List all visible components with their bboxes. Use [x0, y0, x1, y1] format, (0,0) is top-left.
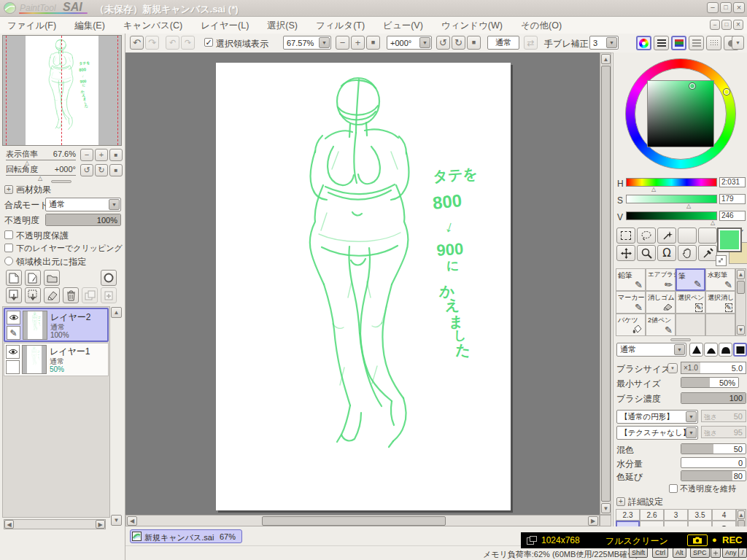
- tool-brush[interactable]: 筆✎: [676, 268, 705, 291]
- panel-color-wheel-button[interactable]: [636, 36, 651, 50]
- lasso-tool[interactable]: [637, 228, 656, 244]
- copy-layer-button[interactable]: [82, 287, 98, 303]
- undo-button[interactable]: ↶: [130, 36, 144, 50]
- keep-opacity-checkbox[interactable]: [669, 484, 678, 493]
- h-slider[interactable]: [626, 178, 717, 187]
- layer-thumbnail[interactable]: [22, 345, 47, 374]
- preset-header-3[interactable]: 3.5: [688, 509, 712, 521]
- rotate-tool[interactable]: Ω: [657, 245, 676, 261]
- mix-slider[interactable]: 50: [681, 443, 746, 454]
- canvas-drawing[interactable]: [216, 63, 511, 510]
- v-value-box[interactable]: 246: [719, 211, 746, 221]
- nav-zoom-reset-button[interactable]: ■: [109, 149, 123, 161]
- menu-file[interactable]: ファイル(F): [7, 20, 56, 32]
- navigator[interactable]: [2, 35, 122, 146]
- scroll-down-button[interactable]: ▼: [737, 325, 745, 335]
- menu-edit[interactable]: 編集(E): [74, 20, 105, 32]
- doc-close-button[interactable]: ×: [733, 20, 743, 30]
- window-close-button[interactable]: ×: [733, 2, 745, 13]
- hue-marker[interactable]: [724, 89, 729, 95]
- nav-rotate-reset-button[interactable]: ■: [109, 164, 123, 176]
- brush-texture-combo[interactable]: 【テクスチャなし】▼: [616, 426, 698, 440]
- density-slider[interactable]: 100: [681, 392, 746, 404]
- min-size-slider[interactable]: 50%: [681, 377, 739, 388]
- preset-header-2[interactable]: 3: [664, 509, 688, 521]
- rotate-ccw-button[interactable]: ↺: [436, 36, 450, 50]
- preset-header-4[interactable]: 4: [712, 509, 736, 521]
- h-value-box[interactable]: 2:031: [719, 177, 746, 187]
- screenshot-button[interactable]: [687, 534, 708, 546]
- reselect-button[interactable]: ↷: [181, 36, 195, 50]
- clear-layer-button[interactable]: [44, 287, 60, 303]
- nav-zoom-slider[interactable]: [6, 160, 76, 160]
- texture-strength-box[interactable]: 強さ 95: [701, 426, 746, 438]
- brush-edge-soft-button[interactable]: [704, 343, 718, 357]
- layer-visibility-toggle[interactable]: [6, 345, 20, 359]
- blend-mode-box[interactable]: 通常: [487, 36, 519, 50]
- scroll-right-button[interactable]: ▶: [96, 520, 105, 529]
- tool-airbrush[interactable]: エアブラシ✎: [646, 268, 676, 291]
- scroll-up-button[interactable]: ▲: [601, 54, 611, 64]
- scroll-left-button[interactable]: ◀: [4, 520, 14, 529]
- canvas-vscrollbar[interactable]: ▲ ▼: [600, 52, 611, 515]
- doc-restore-button[interactable]: □: [721, 20, 732, 30]
- window-mode-icon[interactable]: [527, 536, 537, 545]
- hscroll-thumb[interactable]: [262, 516, 446, 526]
- h-slider-marker[interactable]: △: [651, 187, 656, 192]
- s-slider-marker[interactable]: △: [686, 203, 691, 209]
- tool-grid-scrollbar[interactable]: ▲ ▼: [735, 268, 746, 336]
- delete-layer-button[interactable]: [63, 287, 79, 303]
- new-linework-layer-button[interactable]: [25, 270, 41, 286]
- v-slider[interactable]: [626, 211, 717, 220]
- layer-list-hscrollbar[interactable]: ◀ ▶: [4, 519, 106, 529]
- paste-layer-button[interactable]: [101, 287, 117, 303]
- magic-wand-tool[interactable]: [657, 228, 676, 244]
- nav-rotate-ccw-button[interactable]: ↺: [80, 164, 93, 176]
- redo-button[interactable]: ↷: [145, 36, 159, 50]
- transfer-down-button[interactable]: [6, 287, 22, 303]
- canvas-area[interactable]: [125, 52, 600, 515]
- zoom-in-button[interactable]: +: [351, 36, 365, 50]
- s-slider[interactable]: [626, 195, 717, 203]
- tool-slot-empty-2[interactable]: [698, 228, 717, 244]
- layer-thumbnail[interactable]: [23, 311, 47, 340]
- shape-strength-box[interactable]: 強さ 50: [701, 410, 746, 422]
- panel-rgb-sliders-button[interactable]: [671, 36, 686, 50]
- tool-eraser[interactable]: 消しゴム: [646, 291, 676, 314]
- layer-row-1[interactable]: レイヤー1 通常 50%: [4, 343, 109, 376]
- rotate-cw-button[interactable]: ↻: [452, 36, 465, 50]
- layer-mask-button[interactable]: [101, 270, 117, 286]
- new-layer-button[interactable]: [6, 270, 22, 286]
- brush-size-box[interactable]: ×1.0 5.0: [681, 362, 746, 374]
- fullscreen-label[interactable]: フルスクリーン: [605, 535, 668, 548]
- zoom-combo[interactable]: 67.57%▼: [283, 36, 331, 50]
- angle-combo[interactable]: +000°▼: [387, 36, 432, 50]
- selection-source-radio[interactable]: [4, 257, 13, 265]
- s-value-box[interactable]: 179: [719, 194, 746, 204]
- toolbar-overflow-button[interactable]: ▼: [732, 36, 744, 50]
- tool-pencil[interactable]: 鉛筆✎: [616, 268, 646, 291]
- canvas-page[interactable]: [216, 63, 511, 510]
- dropdown-icon[interactable]: ▼: [319, 37, 330, 48]
- brush-mode-combo[interactable]: 通常▼: [616, 343, 686, 357]
- sv-square[interactable]: [647, 80, 714, 147]
- flip-button[interactable]: ⇄: [524, 36, 538, 50]
- brush-size-unit-button[interactable]: ▼: [667, 363, 678, 373]
- protect-opacity-checkbox[interactable]: [4, 230, 13, 239]
- nav-rotate-cw-button[interactable]: ↻: [95, 164, 108, 176]
- deselect-button[interactable]: ↶: [166, 36, 179, 50]
- preset-header-0[interactable]: 2.3: [616, 509, 640, 521]
- brush-edge-dome-button[interactable]: [719, 343, 732, 357]
- new-folder-button[interactable]: [44, 270, 60, 286]
- dilution-slider[interactable]: 80: [681, 470, 746, 481]
- nav-zoom-out-button[interactable]: −: [80, 149, 93, 161]
- advanced-settings-expand-button[interactable]: +: [616, 497, 625, 506]
- merge-down-button[interactable]: [25, 287, 41, 303]
- menu-window[interactable]: ウィンドウ(W): [441, 20, 503, 32]
- layer-visibility-toggle[interactable]: [7, 311, 20, 324]
- water-slider[interactable]: 0: [681, 457, 746, 468]
- layer-blend-combo[interactable]: 通常▼: [45, 198, 121, 211]
- v-slider-marker[interactable]: △: [711, 220, 715, 226]
- tool-bucket[interactable]: バケツ: [616, 314, 646, 336]
- foreground-color-swatch[interactable]: [717, 228, 742, 252]
